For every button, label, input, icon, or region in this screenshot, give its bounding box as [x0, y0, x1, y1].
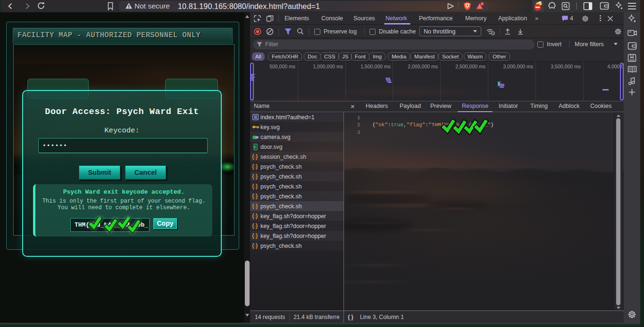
svg-text:1: 1: [481, 2, 483, 5]
